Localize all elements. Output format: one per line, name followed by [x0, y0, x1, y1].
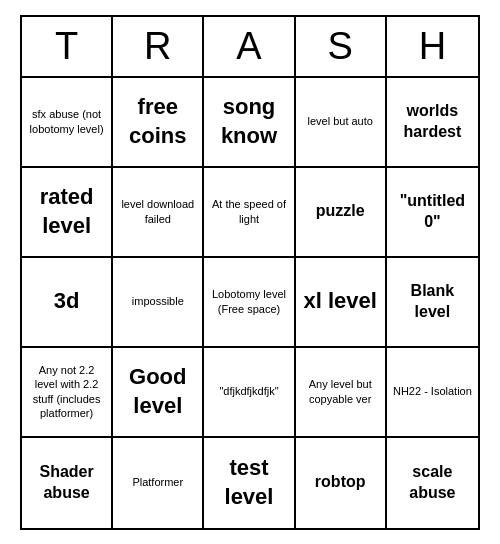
- header-letter-a: A: [204, 17, 295, 76]
- bingo-cell-16: Good level: [113, 348, 204, 438]
- bingo-cell-2: song know: [204, 78, 295, 168]
- bingo-cell-15: Any not 2.2 level with 2.2 stuff (includ…: [22, 348, 113, 438]
- bingo-grid: sfx abuse (not lobotomy level)free coins…: [22, 78, 478, 528]
- bingo-cell-4: worlds hardest: [387, 78, 478, 168]
- bingo-cell-5: rated level: [22, 168, 113, 258]
- bingo-cell-9: "untitled 0": [387, 168, 478, 258]
- bingo-cell-18: Any level but copyable ver: [296, 348, 387, 438]
- header-letter-h: H: [387, 17, 478, 76]
- bingo-cell-12: Lobotomy level (Free space): [204, 258, 295, 348]
- bingo-cell-21: Platformer: [113, 438, 204, 528]
- bingo-cell-19: NH22 - Isolation: [387, 348, 478, 438]
- bingo-cell-8: puzzle: [296, 168, 387, 258]
- header-letter-t: T: [22, 17, 113, 76]
- bingo-header: TRASH: [22, 17, 478, 78]
- header-letter-r: R: [113, 17, 204, 76]
- bingo-cell-13: xl level: [296, 258, 387, 348]
- bingo-cell-23: robtop: [296, 438, 387, 528]
- bingo-cell-14: Blank level: [387, 258, 478, 348]
- bingo-cell-1: free coins: [113, 78, 204, 168]
- bingo-cell-0: sfx abuse (not lobotomy level): [22, 78, 113, 168]
- bingo-cell-3: level but auto: [296, 78, 387, 168]
- bingo-cell-7: At the speed of light: [204, 168, 295, 258]
- bingo-cell-24: scale abuse: [387, 438, 478, 528]
- bingo-cell-11: impossible: [113, 258, 204, 348]
- bingo-cell-10: 3d: [22, 258, 113, 348]
- bingo-cell-17: "dfjkdfjkdfjk": [204, 348, 295, 438]
- bingo-cell-22: test level: [204, 438, 295, 528]
- bingo-cell-6: level download failed: [113, 168, 204, 258]
- bingo-card: TRASH sfx abuse (not lobotomy level)free…: [20, 15, 480, 530]
- header-letter-s: S: [296, 17, 387, 76]
- bingo-cell-20: Shader abuse: [22, 438, 113, 528]
